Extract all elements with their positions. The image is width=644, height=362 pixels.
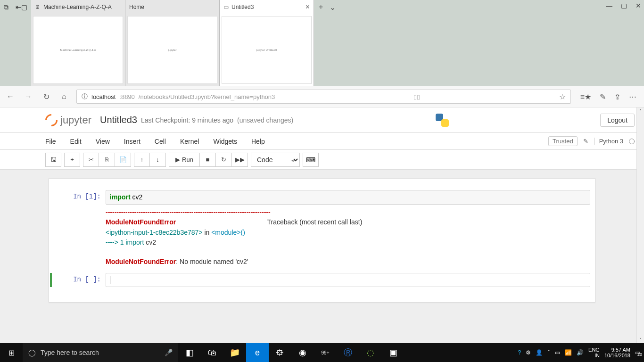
info-icon[interactable]: ⓘ	[82, 92, 88, 101]
new-tab-icon[interactable]: +	[319, 3, 323, 11]
cut-button[interactable]: ✂	[83, 153, 99, 167]
vertical-scrollbar[interactable]: ˄ ˅	[636, 107, 644, 343]
kernel-name[interactable]: Python 3	[594, 138, 623, 145]
back-icon[interactable]: ←	[5, 92, 16, 101]
edit-icon[interactable]: ✎	[583, 138, 588, 145]
menu-file[interactable]: File	[45, 138, 56, 145]
logout-button[interactable]: Logout	[600, 114, 635, 127]
mail-icon[interactable]: 99+	[314, 343, 337, 362]
tabs-icon[interactable]: ⧉	[4, 3, 8, 11]
set-aside-icon[interactable]: ⇤▢	[16, 3, 27, 11]
tray-clock[interactable]: 9:57 AM10/16/2018	[604, 347, 630, 358]
run-icon: ▶	[175, 156, 180, 163]
refresh-icon[interactable]: ↻	[41, 92, 52, 101]
tabstrip-left-controls: ⧉ ⇤▢	[0, 0, 31, 14]
tray-lang[interactable]: ENGIN	[588, 347, 600, 358]
menu-view[interactable]: View	[96, 138, 110, 145]
restart-run-all-button[interactable]: ▶▶	[232, 153, 248, 167]
unsaved-label: (unsaved changes)	[237, 116, 293, 124]
browser-tab-3[interactable]: ▭Untitled3× jupyter Untitled3	[220, 0, 314, 86]
code-input[interactable]	[106, 273, 590, 287]
help-icon[interactable]: ?	[518, 349, 521, 356]
jupyter-brand: jupyter	[60, 114, 91, 126]
run-button[interactable]: ▶Run	[169, 153, 200, 167]
file-explorer-icon[interactable]: 📁	[223, 343, 246, 362]
reading-view-icon[interactable]: ▯▯	[413, 93, 420, 100]
move-down-button[interactable]: ↓	[150, 153, 166, 167]
menu-widgets[interactable]: Widgets	[213, 138, 237, 145]
jupyter-tab-icon: ▭	[223, 4, 229, 10]
notebook-area: In [1]: import cv2 ---------------------…	[0, 170, 644, 343]
move-up-button[interactable]: ↑	[134, 153, 150, 167]
paste-button[interactable]: 📄	[115, 153, 131, 167]
add-cell-button[interactable]: +	[64, 153, 80, 167]
tab-thumbnail: Machine Learning A-Z Q & A	[33, 16, 123, 84]
stop-button[interactable]: ■	[200, 153, 216, 167]
close-tab-icon[interactable]: ×	[305, 3, 310, 11]
reading-list-icon[interactable]: ≡★	[580, 92, 591, 101]
jupyter-logo-icon	[43, 111, 60, 129]
task-view-icon[interactable]: ◧	[178, 343, 201, 362]
url-path: /notebooks/Untitled3.ipynb?kernel_name=p…	[139, 93, 275, 100]
start-button[interactable]: ⊞	[0, 343, 23, 362]
forward-icon[interactable]: →	[23, 92, 34, 101]
wifi-icon[interactable]: 📶	[565, 349, 572, 356]
notifications-icon[interactable]: ▭20	[635, 349, 640, 356]
save-button[interactable]: 🖫	[45, 153, 61, 167]
url-port: :8890	[119, 93, 135, 100]
dropbox-icon[interactable]: ⯐	[269, 343, 291, 362]
chevron-down-icon[interactable]: ⌄	[330, 3, 336, 12]
jupyter-logo[interactable]: jupyter	[45, 114, 91, 126]
taskbar-search[interactable]: ◯ Type here to search 🎤	[23, 343, 178, 362]
chrome-icon[interactable]: ◉	[291, 343, 314, 362]
tray-app-icon[interactable]: ⚙	[526, 349, 531, 356]
jupyter-menubar: File Edit View Insert Cell Kernel Widget…	[0, 133, 644, 150]
tab-title: Machine-Learning-A-Z-Q-A	[43, 4, 112, 10]
edge-icon[interactable]: e	[246, 343, 269, 362]
menu-insert[interactable]: Insert	[124, 138, 140, 145]
menu-cell[interactable]: Cell	[155, 138, 166, 145]
code-input[interactable]: import cv2	[106, 190, 590, 205]
scroll-down-icon[interactable]: ˅	[637, 336, 644, 343]
window-minimize-icon[interactable]: —	[606, 2, 612, 9]
restart-button[interactable]: ↻	[216, 153, 232, 167]
terminal-icon[interactable]: ▣	[382, 343, 405, 362]
loading-icon[interactable]: ◌	[359, 343, 382, 362]
python-logo-icon	[435, 113, 450, 128]
command-palette-button[interactable]: ⌨	[303, 153, 319, 167]
r-icon[interactable]: Ⓡ	[337, 343, 359, 362]
window-close-icon[interactable]: ✕	[636, 2, 641, 9]
favorite-icon[interactable]: ☆	[559, 92, 566, 101]
cell-output: ----------------------------------------…	[106, 205, 590, 271]
cell-type-select[interactable]: Code	[251, 153, 300, 167]
home-icon[interactable]: ⌂	[58, 92, 70, 101]
kernel-indicator-icon	[629, 139, 635, 144]
code-cell-1[interactable]: In [1]: import cv2 ---------------------…	[54, 190, 590, 271]
chevron-up-icon[interactable]: ˄	[547, 349, 550, 356]
tab-title: Untitled3	[231, 4, 254, 10]
url-input[interactable]: ⓘ localhost:8890/notebooks/Untitled3.ipy…	[76, 90, 571, 104]
volume-icon[interactable]: 🔊	[577, 349, 584, 356]
copy-button[interactable]: ⎘	[99, 153, 115, 167]
browser-tab-2[interactable]: Home jupyter	[125, 0, 220, 86]
battery-icon[interactable]: ▭	[555, 349, 560, 356]
tab-thumbnail: jupyter	[127, 16, 217, 84]
more-icon[interactable]: ⋯	[629, 92, 636, 101]
cell-prompt: In [1]:	[54, 190, 106, 271]
people-icon[interactable]: 👤	[536, 349, 543, 356]
share-icon[interactable]: ⇪	[614, 92, 620, 101]
jupyter-header: jupyter Untitled3 Last Checkpoint: 9 min…	[0, 107, 644, 133]
mic-icon[interactable]: 🎤	[165, 349, 173, 356]
notebook-title[interactable]: Untitled3	[100, 115, 137, 125]
window-maximize-icon[interactable]: ▢	[621, 2, 627, 9]
notes-icon[interactable]: ✎	[600, 92, 606, 101]
trusted-badge[interactable]: Trusted	[548, 136, 578, 146]
cortana-icon: ◯	[28, 349, 36, 356]
code-cell-2[interactable]: In [ ]:	[50, 273, 590, 287]
scroll-up-icon[interactable]: ˄	[637, 107, 644, 115]
menu-edit[interactable]: Edit	[70, 138, 82, 145]
store-icon[interactable]: 🛍	[201, 343, 223, 362]
menu-help[interactable]: Help	[251, 138, 265, 145]
browser-tab-1[interactable]: 🗎Machine-Learning-A-Z-Q-A Machine Learni…	[31, 0, 125, 86]
menu-kernel[interactable]: Kernel	[180, 138, 199, 145]
